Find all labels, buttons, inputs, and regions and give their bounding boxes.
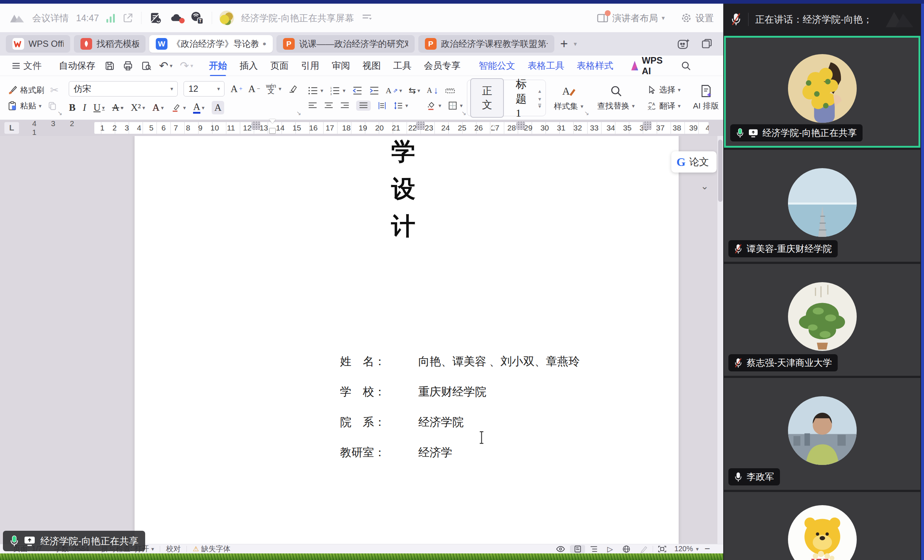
numbered-list-button[interactable]: 123▾ [330,86,345,95]
print-button[interactable] [119,60,137,71]
share-window-icon[interactable] [122,12,134,24]
style-heading1[interactable]: 标题 1 [509,72,533,124]
cut-button[interactable]: ✂ [50,84,58,96]
italic-button[interactable]: I [82,102,86,113]
font-size-select[interactable]: 12▾ [183,81,225,96]
menu-home[interactable]: 开始 [202,60,233,72]
highlight-button[interactable]: ▾ [171,103,186,112]
meeting-detail-button[interactable]: 会议详情 [32,12,69,24]
bold-button[interactable]: B [69,102,75,113]
participant-tile[interactable]: 蔡志强-天津商业大学 [724,264,920,376]
right-indent-marker[interactable] [490,125,496,129]
ruler-toggle-button[interactable] [445,87,455,95]
char-shading-button[interactable]: A [212,101,224,114]
menu-table-style[interactable]: 表格样式 [570,60,620,72]
ink-annotate-button[interactable] [635,545,652,553]
menu-table-tools[interactable]: 表格工具 [521,60,570,72]
eye-view-icon[interactable] [551,545,570,553]
tab-stop-selector[interactable]: L [4,122,19,134]
text-effects-button[interactable]: A ▾ [153,102,164,113]
align-center-button[interactable] [324,102,333,110]
hanging-indent-marker[interactable] [269,128,276,134]
speaker-layout-button[interactable]: 演讲者布局 ▾ [597,12,665,24]
paste-button[interactable]: 粘贴▾ [8,100,42,111]
wps-ai-button[interactable]: WPS AI [625,55,671,76]
copy-button[interactable] [48,101,57,111]
outline-view-button[interactable] [585,545,603,553]
collapse-chevron-icon[interactable]: ⌄ [700,181,709,192]
zoom-out-button[interactable]: − [699,543,716,554]
dialog-launcher-icon[interactable]: ↘ [584,110,589,117]
increase-indent-button[interactable] [369,86,379,95]
horizontal-ruler[interactable]: L 4 3 2 1 1 2 3 4 5 6 7 8 9 10 11 12 13 … [0,120,723,136]
styles-expand-icon[interactable]: ▾ [538,104,541,108]
increase-font-button[interactable]: A+ [230,83,242,95]
underline-button[interactable]: U ▾ [93,102,105,113]
fit-page-button[interactable] [653,545,671,553]
read-mode-button[interactable]: ▷ [603,545,618,553]
zoom-chevron-icon[interactable]: ▾ [696,546,699,553]
tab-docer-templates[interactable]: 找稻壳模板 [74,35,146,52]
menu-view[interactable]: 视图 [356,60,387,72]
pinyin-guide-button[interactable]: wén文 ▾ [266,84,282,94]
align-right-button[interactable] [340,102,350,110]
first-line-indent-marker[interactable] [269,119,276,124]
settings-button[interactable]: 设置 [681,12,714,24]
bullet-list-button[interactable]: ▾ [308,86,324,95]
page-view-button[interactable] [570,545,585,553]
find-replace-button[interactable]: 查找替换▾ [597,84,635,111]
font-color-button[interactable]: A ▾ [193,102,204,114]
undo-button[interactable]: ↶▾ [155,60,176,71]
table-column-marker[interactable] [416,122,425,130]
menu-review[interactable]: 审阅 [326,60,356,72]
styles-up-icon[interactable]: ▴ [538,88,541,94]
document-page[interactable]: 学 设 计 姓 名： 向艳、谭美容 、刘小双、章燕玲 学 校： 重庆财经学院 院… [135,136,679,544]
ai-layout-button[interactable]: AI 排版 [693,84,719,111]
decrease-indent-button[interactable] [352,86,362,95]
dialog-launcher-icon[interactable]: ↘ [462,110,466,117]
file-menu[interactable]: 文件 [8,60,47,72]
menu-page[interactable]: 页面 [264,60,295,72]
vertical-scrollbar[interactable] [717,136,723,544]
sharing-list-icon[interactable] [361,13,372,22]
menu-member[interactable]: 会员专享 [418,60,466,72]
decrease-font-button[interactable]: A− [248,83,260,95]
style-set-button[interactable]: A 样式集▾ [554,84,584,112]
menu-tools[interactable]: 工具 [387,60,418,72]
tab-ppt-2[interactable]: P 政治经济学课程教学联盟第一次集体 [418,35,554,52]
table-column-marker[interactable] [643,122,652,130]
align-justify-button[interactable] [356,100,371,111]
clear-format-button[interactable] [287,84,298,94]
shading-button[interactable]: ▾ [426,101,441,111]
align-left-button[interactable] [308,102,317,110]
dialog-launcher-icon[interactable]: ↘ [296,110,301,117]
tab-list-chevron[interactable]: ▾ [574,40,577,48]
styles-down-icon[interactable]: ▾ [538,96,541,102]
font-name-select[interactable]: 仿宋▾ [69,81,178,96]
ribbon-search-button[interactable] [677,60,695,71]
tab-document-active[interactable]: W 《政治经济学》导论教学设计.do • [149,35,273,52]
table-column-marker[interactable] [516,122,525,130]
menu-cite[interactable]: 引用 [295,60,326,72]
menu-insert[interactable]: 插入 [233,60,264,72]
select-button[interactable]: 选择▾ [647,84,681,96]
cloud-record-icon[interactable] [169,12,183,24]
zoom-level[interactable]: 120% [671,545,696,553]
strikethrough-button[interactable]: A ▾ [112,102,124,113]
print-preview-button[interactable] [137,60,155,71]
participant-tile[interactable]: 经济学院-向艳正在共享 [724,36,920,148]
borders-button[interactable]: ▾ [448,101,463,111]
dialog-launcher-icon[interactable]: ↘ [57,110,62,117]
meeting-notes-disabled-icon[interactable] [149,11,162,24]
paper-check-tool[interactable]: G 论文 [671,151,717,172]
participant-tile[interactable]: 谭美容-重庆财经学院 [724,150,920,262]
wrap-settings-button[interactable]: ⇆▾ [408,85,420,96]
proofread-button[interactable]: 校对 [160,544,186,554]
cast-screen-icon[interactable]: T [190,11,204,24]
missing-font-warning[interactable]: ⚠ 缺失字体 [187,544,236,554]
format-painter-button[interactable]: 格式刷 [8,85,44,96]
participant-tile[interactable]: 李政军 [724,378,920,490]
style-normal[interactable]: 正文 [470,78,504,118]
tab-ppt-1[interactable]: P 说课——政治经济学的研究对象.ppt [276,35,415,52]
translate-button[interactable]: 文A 翻译▾ [647,100,681,111]
